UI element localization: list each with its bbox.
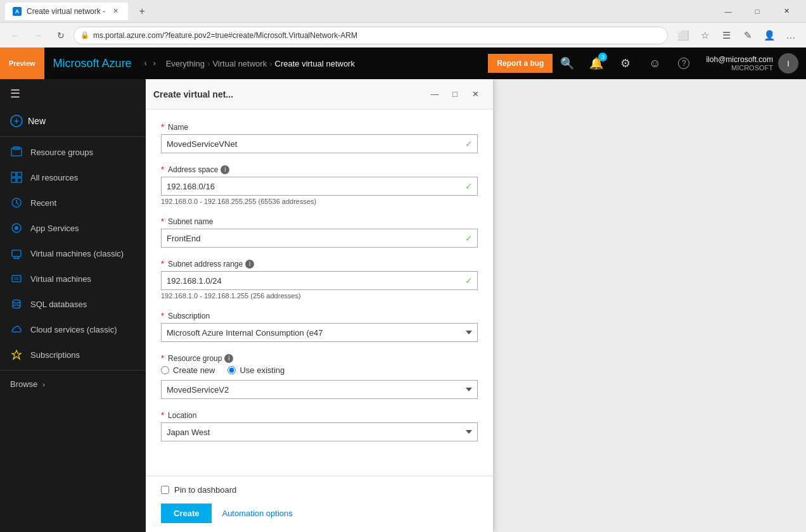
address-space-input[interactable] <box>161 177 478 196</box>
svg-rect-2 <box>11 172 16 177</box>
vm-classic-label: Virtual machines (classic) <box>30 249 124 258</box>
address-bar[interactable]: 🔒 ms.portal.azure.com/?feature.pov2=true… <box>74 27 668 44</box>
hamburger-menu[interactable]: ☰ <box>0 79 146 108</box>
tab-title: Create virtual network - <box>27 7 105 16</box>
sidebar-item-app-services[interactable]: App Services <box>0 215 146 241</box>
address-space-info-icon[interactable]: i <box>221 165 229 174</box>
resource-group-label: * Resource group i <box>161 353 478 363</box>
close-button[interactable]: ✕ <box>772 0 801 22</box>
subnet-range-info-icon[interactable]: i <box>245 260 254 269</box>
settings-button[interactable]: ⚙ <box>611 48 640 79</box>
vm-classic-icon <box>10 247 23 260</box>
use-existing-radio[interactable] <box>227 366 236 374</box>
refresh-button[interactable]: ↻ <box>51 25 71 46</box>
azure-logo[interactable]: Microsoft Azure <box>44 57 139 70</box>
panel-area: Create virtual net... — □ ✕ * Name <box>146 79 806 532</box>
pin-to-dashboard-checkbox[interactable] <box>161 486 169 494</box>
sidebar-item-resource-groups[interactable]: Resource groups <box>0 139 146 165</box>
sidebar-item-recent[interactable]: Recent <box>0 190 146 215</box>
panel-close-button[interactable]: ✕ <box>465 84 485 104</box>
panel-footer: Pin to dashboard Create Automation optio… <box>146 476 493 532</box>
footer-actions: Create Automation options <box>161 504 478 523</box>
name-checkmark: ✓ <box>465 139 473 149</box>
breadcrumb-sep-2: › <box>269 59 272 68</box>
subnet-name-input[interactable] <box>161 229 478 248</box>
hub-button[interactable]: ☰ <box>716 25 736 46</box>
resource-groups-label: Resource groups <box>30 148 93 157</box>
use-existing-radio-option[interactable]: Use existing <box>227 365 285 375</box>
svg-point-8 <box>15 226 18 230</box>
maximize-button[interactable]: □ <box>743 0 772 22</box>
address-space-label: * Address space i <box>161 165 478 174</box>
back-button[interactable]: ← <box>5 25 25 46</box>
create-new-radio[interactable] <box>161 366 169 374</box>
recent-label: Recent <box>30 198 56 208</box>
toolbar-icons: ⬜ ☆ ☰ ✎ 👤 … <box>673 25 801 46</box>
user-org: MICROSOFT <box>706 64 773 72</box>
search-button[interactable]: 🔍 <box>553 48 582 79</box>
svg-rect-14 <box>14 277 19 280</box>
address-space-form-group: * Address space i ✓ 192.168.0.0 - 192.16… <box>161 165 478 205</box>
sql-icon <box>10 298 23 310</box>
panel-maximize-button[interactable]: □ <box>445 84 465 104</box>
sidebar-item-subscriptions[interactable]: Subscriptions <box>0 342 146 367</box>
breadcrumb-sep-1: › <box>207 59 210 68</box>
sidebar-item-sql-databases[interactable]: SQL databases <box>0 291 146 317</box>
help-button[interactable]: ? <box>669 48 698 79</box>
more-button[interactable]: … <box>781 25 801 46</box>
help-icon: ? <box>678 58 689 69</box>
forward-button[interactable]: → <box>28 25 48 46</box>
sidebar-item-cloud-services[interactable]: Cloud services (classic) <box>0 317 146 342</box>
notifications-button[interactable]: 🔔 3 <box>582 48 611 79</box>
vm-label: Virtual machines <box>30 274 91 284</box>
reader-view-button[interactable]: ⬜ <box>673 25 693 46</box>
create-button[interactable]: Create <box>161 504 212 523</box>
pin-to-dashboard-label[interactable]: Pin to dashboard <box>174 485 236 495</box>
nav-right-arrow[interactable]: › <box>151 58 158 69</box>
panel-header: Create virtual net... — □ ✕ <box>146 79 493 110</box>
panel-minimize-button[interactable]: — <box>425 84 445 104</box>
resource-group-info-icon[interactable]: i <box>224 354 233 363</box>
nav-left-arrow[interactable]: ‹ <box>142 58 150 69</box>
tab-close-button[interactable]: ✕ <box>110 6 120 16</box>
location-select[interactable]: Japan West <box>161 422 478 441</box>
create-vnet-panel: Create virtual net... — □ ✕ * Name <box>146 79 493 532</box>
topbar-nav-arrows: ‹ › <box>139 58 161 69</box>
sidebar-item-virtual-machines-classic[interactable]: Virtual machines (classic) <box>0 241 146 266</box>
svg-rect-9 <box>12 250 21 256</box>
new-tab-button[interactable]: + <box>133 3 151 20</box>
user-section[interactable]: iloh@microsoft.com MICROSOFT I <box>698 53 806 73</box>
subnet-range-input[interactable] <box>161 271 478 290</box>
automation-options-button[interactable]: Automation options <box>222 509 292 518</box>
browser-titlebar: A Create virtual network - ✕ + — □ ✕ <box>0 0 806 22</box>
subscription-select[interactable]: Microsoft Azure Internal Consumption (e4… <box>161 323 478 342</box>
feedback-button[interactable]: ✎ <box>738 25 758 46</box>
sidebar-item-all-resources[interactable]: All resources <box>0 165 146 190</box>
browser-tab[interactable]: A Create virtual network - ✕ <box>5 3 128 20</box>
minimize-button[interactable]: — <box>713 0 743 22</box>
report-bug-button[interactable]: Report a bug <box>488 54 553 73</box>
panel-title: Create virtual net... <box>153 89 425 99</box>
resource-group-select[interactable]: MovedServiceV2 <box>161 380 478 399</box>
browser-toolbar: ← → ↻ 🔒 ms.portal.azure.com/?feature.pov… <box>0 22 806 48</box>
breadcrumb-everything[interactable]: Everything <box>166 59 205 68</box>
panel-content: * Name ✓ * Address space i <box>146 110 493 476</box>
sidebar-item-virtual-machines[interactable]: Virtual machines <box>0 266 146 291</box>
azure-topbar: Preview Microsoft Azure ‹ › Everything ›… <box>0 48 806 79</box>
browse-label: Browse <box>10 379 37 389</box>
account-button[interactable]: 👤 <box>759 25 779 46</box>
favorites-button[interactable]: ☆ <box>694 25 715 46</box>
breadcrumb-nav: Everything › Virtual network › Create vi… <box>161 59 360 68</box>
tab-favicon: A <box>13 7 22 16</box>
breadcrumb-virtual-network[interactable]: Virtual network <box>212 59 267 68</box>
user-email: iloh@microsoft.com <box>706 55 773 64</box>
subscriptions-icon <box>10 348 23 361</box>
search-icon: 🔍 <box>560 56 574 70</box>
name-input[interactable] <box>161 134 478 153</box>
new-button[interactable]: + New <box>0 108 146 134</box>
all-resources-icon <box>10 171 23 184</box>
sidebar-divider-1 <box>0 136 146 137</box>
create-new-radio-option[interactable]: Create new <box>161 365 215 375</box>
feedback-button[interactable]: ☺ <box>640 48 669 79</box>
browse-button[interactable]: Browse › <box>0 373 146 395</box>
